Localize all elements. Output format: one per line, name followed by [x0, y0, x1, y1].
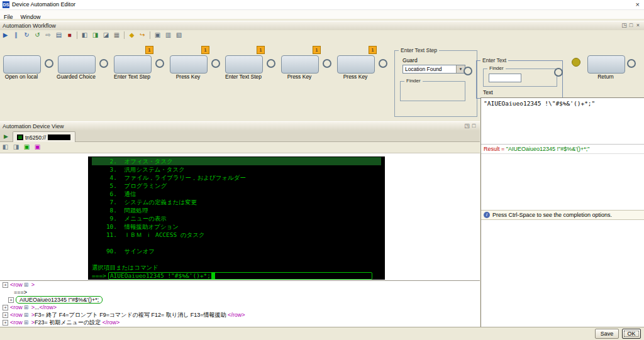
- delete-icon[interactable]: ▦: [112, 31, 121, 40]
- tab-tn5250-session[interactable]: tn5250://: [13, 131, 75, 142]
- new-view-icon[interactable]: ▣: [153, 31, 162, 40]
- workflow-node-open-on-local[interactable]: [3, 55, 41, 74]
- restore-view-icon[interactable]: ◳: [621, 22, 628, 28]
- terminal-line: 6. 通信: [92, 190, 381, 198]
- export-icon[interactable]: ⇨: [43, 31, 53, 40]
- terminal-line: 90. サインオフ: [92, 247, 381, 255]
- device-view-panel-controls: ◳□: [464, 123, 477, 129]
- terminal-screen[interactable]: 2. オフィス・タスク 3. 汎用システム・タスク 4. ファイル，ライブラリー…: [88, 156, 385, 280]
- connection-point[interactable]: [379, 59, 387, 68]
- workflow-node-press-key[interactable]: [281, 55, 319, 74]
- enter-text-step-group[interactable]: Enter Text Step Guard Location Found ▼ F…: [394, 50, 477, 117]
- play-icon[interactable]: ▶: [4, 133, 8, 140]
- workflow-node-enter-text-step[interactable]: [225, 55, 263, 74]
- guard-finder-group[interactable]: Finder: [400, 81, 465, 101]
- tree-row[interactable]: +AIUEOaiueo12345 !"#$%&'()+*;: [0, 296, 480, 304]
- tree-text: ...: [35, 304, 40, 310]
- enter-text-group[interactable]: Enter Text Finder Text: [476, 60, 563, 99]
- tree-expander-icon[interactable]: +: [8, 297, 14, 303]
- warning-badge: 1: [201, 46, 209, 54]
- tree-row[interactable]: ===>: [0, 288, 480, 296]
- tree-row[interactable]: +<row⊞ >F3= 終了 F4=プロンプト F9=コマンドの複写 F12= …: [0, 311, 480, 319]
- ok-button[interactable]: OK: [622, 329, 641, 339]
- terminal-input-field[interactable]: AIUEOaiueo12345 !"#$%&'()+*;: [108, 272, 372, 280]
- guard-finder-label: Finder: [404, 78, 423, 84]
- tree-tag: >: [30, 304, 35, 310]
- cascade-view-icon[interactable]: ▧: [174, 31, 184, 40]
- menu-window[interactable]: Window: [17, 13, 45, 20]
- app-icon: DS: [3, 1, 9, 8]
- finder-input[interactable]: [489, 74, 521, 82]
- workflow-node-return[interactable]: [587, 55, 625, 74]
- tree-row[interactable]: +<row⊞ >...</row>: [0, 304, 480, 311]
- connection-point[interactable]: [99, 59, 108, 68]
- window-title: Device Automation Editor: [12, 1, 75, 8]
- terminal-prompt: ===>: [92, 271, 106, 280]
- refresh-icon[interactable]: ↺: [33, 31, 42, 40]
- tile-view-icon[interactable]: ▥: [164, 31, 173, 40]
- tree-tag: >: [30, 312, 35, 318]
- text-editor-panel: "AIUEOaiueo12345 !\"#$%&'()+*;" Result =…: [480, 97, 644, 327]
- maximize-view-icon[interactable]: □: [470, 123, 477, 129]
- forward-icon[interactable]: ↪: [138, 31, 147, 40]
- connection-point[interactable]: [554, 68, 563, 77]
- terminal-command-row: ===>AIUEOaiueo12345 !"#$%&'()+*;: [92, 271, 381, 280]
- workflow-node-press-key[interactable]: [170, 55, 208, 74]
- terminal-icon: [17, 134, 23, 140]
- pause-icon[interactable]: ∥: [11, 31, 21, 40]
- restore-view-icon[interactable]: ◳: [464, 123, 470, 129]
- device-view-panel-header: Automation Device View ◳□: [0, 121, 480, 131]
- tree-attributes-icon[interactable]: ⊞: [24, 304, 29, 310]
- workflow-node-guarded-choice[interactable]: [58, 55, 96, 74]
- guard-dropdown[interactable]: Location Found ▼: [402, 65, 465, 74]
- workflow-node-label: Return: [582, 74, 630, 80]
- toolbar-separator: [124, 31, 125, 39]
- record-icon[interactable]: ■: [65, 31, 74, 40]
- toolbar-separator: [77, 31, 77, 39]
- keys-icon[interactable]: ◆: [127, 31, 136, 40]
- save-button[interactable]: Save: [595, 329, 619, 339]
- connection-point[interactable]: [155, 59, 164, 68]
- tree-attributes-icon[interactable]: ⊞: [24, 282, 29, 288]
- connection-point[interactable]: [267, 59, 275, 68]
- warning-badge: 1: [257, 46, 265, 54]
- magenta-display-icon[interactable]: ▣: [33, 143, 42, 151]
- window-close-icon[interactable]: ×: [636, 1, 640, 8]
- tree-expander-icon[interactable]: +: [3, 312, 8, 318]
- connection-point[interactable]: [627, 59, 636, 68]
- cut-icon[interactable]: ◪: [101, 31, 111, 40]
- connection-point[interactable]: [464, 67, 472, 75]
- tree-expander-icon[interactable]: +: [3, 282, 8, 288]
- tree-row[interactable]: +<row⊞ >: [0, 281, 480, 288]
- paste-icon[interactable]: ◨: [91, 31, 100, 40]
- tree-expander-icon[interactable]: +: [3, 305, 8, 310]
- warning-badge: 1: [313, 46, 321, 54]
- maximize-view-icon[interactable]: □: [628, 22, 635, 28]
- tree-expander-icon[interactable]: +: [3, 320, 8, 326]
- restart-icon[interactable]: ↻: [22, 31, 31, 40]
- run-icon[interactable]: ▶: [1, 31, 10, 40]
- workflow-node-enter-text-step[interactable]: [114, 55, 152, 74]
- enter-text-finder-group[interactable]: Finder: [483, 69, 557, 87]
- snapshot-screen-icon[interactable]: ◨: [11, 143, 21, 151]
- tree-attributes-icon[interactable]: ⊞: [24, 312, 29, 318]
- connection-point[interactable]: [211, 59, 220, 68]
- tree-tag: </row>: [40, 304, 57, 310]
- connection-point[interactable]: [323, 59, 331, 68]
- print-icon[interactable]: ▤: [54, 31, 64, 40]
- close-view-icon[interactable]: ×: [635, 22, 641, 28]
- copy-screen-icon[interactable]: ◧: [1, 143, 10, 151]
- terminal-line: 8. 問題処理: [92, 206, 381, 214]
- menu-file[interactable]: File: [0, 13, 17, 20]
- text-expression-editor[interactable]: "AIUEOaiueo12345 !\"#$%&'()+*;": [481, 98, 644, 145]
- copy-icon[interactable]: ◧: [80, 31, 89, 40]
- tree-row[interactable]: +<row⊞ >F23= 初期メニューの設定 </row>: [0, 319, 480, 326]
- tree-text: F23= 初期メニューの設定: [35, 319, 103, 327]
- workflow-node-press-key[interactable]: [337, 55, 375, 74]
- tree-attributes-icon[interactable]: ⊞: [24, 319, 29, 326]
- tree-text: ===>: [14, 289, 27, 295]
- connection-point[interactable]: [45, 59, 53, 68]
- terminal-line: 10. 情報援助オプション: [92, 222, 381, 231]
- green-display-icon[interactable]: ▣: [22, 143, 31, 151]
- connection-point-filled[interactable]: [572, 58, 580, 67]
